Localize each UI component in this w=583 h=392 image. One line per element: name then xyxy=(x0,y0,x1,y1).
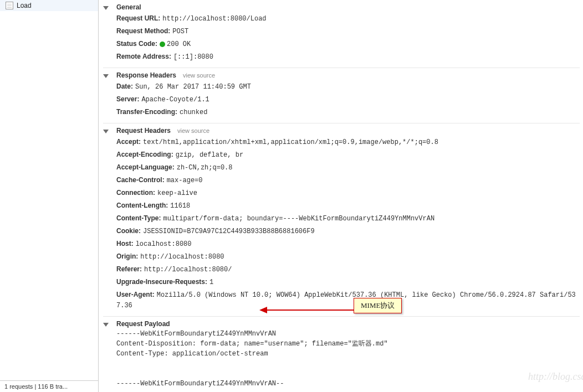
kv-key: Upgrade-Insecure-Requests xyxy=(116,278,207,286)
kv-key: Remote Address xyxy=(116,53,171,60)
kv-value: multipart/form-data; boundary=----WebKit… xyxy=(163,215,434,223)
kv-key: Cookie xyxy=(116,227,141,235)
kv-row: Request MethodPOST xyxy=(116,25,580,38)
section-request-headers-toggle[interactable]: Request Headers view source xyxy=(103,126,580,136)
kv-row: DateSun, 26 Mar 2017 11:40:59 GMT xyxy=(116,80,580,93)
kv-key: Referer xyxy=(116,265,142,273)
triangle-down-icon xyxy=(103,74,109,78)
kv-row: Accept-Encodinggzip, deflate, br xyxy=(116,148,580,161)
kv-row: Accept-Languagezh-CN,zh;q=0.8 xyxy=(116,161,580,174)
kv-row: Refererhttp://localhost:8080/ xyxy=(116,263,580,276)
kv-row: Connectionkeep-alive xyxy=(116,187,580,199)
kv-value: [::1]:8080 xyxy=(173,53,213,61)
kv-row: Originhttp://localhost:8080 xyxy=(116,250,580,263)
kv-key: Accept-Language xyxy=(116,163,175,171)
kv-value: gzip, deflate, br xyxy=(176,151,243,159)
kv-key: Content-Length xyxy=(116,202,168,209)
kv-value: http://localhost:8080/ xyxy=(144,266,232,274)
kv-key: Content-Type xyxy=(116,214,161,222)
section-general: General Request URLhttp://localhost:8080… xyxy=(103,0,580,68)
kv-row: Request URLhttp://localhost:8080/Load xyxy=(116,12,580,25)
kv-key: Transfer-Encoding xyxy=(116,108,177,116)
status-dot-icon xyxy=(160,42,165,47)
kv-value: 11618 xyxy=(170,202,190,210)
headers-panel: General Request URLhttp://localhost:8080… xyxy=(99,0,583,392)
kv-value: zh-CN,zh;q=0.8 xyxy=(177,164,233,172)
view-source-link[interactable]: view source xyxy=(183,72,215,79)
section-request-payload-toggle[interactable]: Request Payload xyxy=(103,319,580,329)
view-source-link[interactable]: view source xyxy=(177,127,209,134)
triangle-down-icon xyxy=(103,323,109,327)
kv-value: 200 OK xyxy=(160,40,191,48)
kv-row: Content-Typemultipart/form-data; boundar… xyxy=(116,212,580,225)
kv-row: Remote Address[::1]:8080 xyxy=(116,50,580,63)
kv-row: Content-Length11618 xyxy=(116,199,580,212)
kv-row: User-AgentMozilla/5.0 (Windows NT 10.0; … xyxy=(116,288,580,312)
kv-key: User-Agent xyxy=(116,291,155,298)
kv-key: Cache-Control xyxy=(116,176,165,184)
kv-row: ServerApache-Coyote/1.1 xyxy=(116,93,580,106)
payload-body: ------WebKitFormBoundarytiZ449YnMMnvVrAN… xyxy=(103,329,580,389)
kv-value: localhost:8080 xyxy=(136,240,192,248)
kv-row: Hostlocalhost:8080 xyxy=(116,238,580,250)
section-title: Response Headers xyxy=(116,71,176,79)
kv-key: Server xyxy=(116,95,139,103)
kv-row: Transfer-Encodingchunked xyxy=(116,106,580,118)
request-item-label: Load xyxy=(17,2,32,9)
kv-key: Accept-Encoding xyxy=(116,151,173,158)
kv-key: Origin xyxy=(116,252,138,260)
kv-value: Sun, 26 Mar 2017 11:40:59 GMT xyxy=(135,83,251,91)
kv-key: Host xyxy=(116,240,134,247)
kv-value: http://localhost:8080/Load xyxy=(162,15,266,23)
kv-row: Cache-Controlmax-age=0 xyxy=(116,174,580,187)
section-general-toggle[interactable]: General xyxy=(103,2,580,12)
triangle-down-icon xyxy=(103,130,109,133)
triangle-down-icon xyxy=(103,6,109,10)
kv-key: Request Method xyxy=(116,27,170,35)
section-title: Request Payload xyxy=(116,320,170,328)
request-list-item[interactable]: Load xyxy=(0,0,98,11)
kv-key: Accept xyxy=(116,138,141,146)
section-request-payload: Request Payload ------WebKitFormBoundary… xyxy=(103,317,580,392)
section-title: General xyxy=(116,3,141,11)
kv-value: chunked xyxy=(180,109,207,116)
kv-key: Connection xyxy=(116,189,155,197)
kv-row: Upgrade-Insecure-Requests1 xyxy=(116,276,580,288)
requests-summary: 1 requests | 116 B tra... xyxy=(0,380,98,392)
section-request-headers: Request Headers view source Accepttext/h… xyxy=(103,123,580,317)
kv-value: max-age=0 xyxy=(167,177,203,184)
kv-key: Request URL xyxy=(116,14,160,22)
kv-value: http://localhost:8080 xyxy=(140,253,224,261)
annotation-callout: MIME协议 xyxy=(354,298,402,313)
kv-value: JSESSIONID=B7C9A97C12C4493B933B88B688160… xyxy=(143,228,315,235)
section-response-headers-toggle[interactable]: Response Headers view source xyxy=(103,70,580,80)
kv-key: Status Code xyxy=(116,40,157,48)
kv-value: 1 xyxy=(209,278,213,286)
kv-value: Mozilla/5.0 (Windows NT 10.0; WOW64) App… xyxy=(116,291,576,310)
request-list-sidebar: Load 1 requests | 116 B tra... xyxy=(0,0,99,392)
kv-row: CookieJSESSIONID=B7C9A97C12C4493B933B88B… xyxy=(116,225,580,238)
kv-value: POST xyxy=(172,28,188,35)
kv-value: text/html,application/xhtml+xml,applicat… xyxy=(143,138,438,146)
kv-value: Apache-Coyote/1.1 xyxy=(141,96,209,104)
kv-key: Date xyxy=(116,82,133,90)
section-response-headers: Response Headers view source DateSun, 26… xyxy=(103,68,580,123)
kv-value: keep-alive xyxy=(157,189,197,197)
file-icon xyxy=(6,2,13,9)
section-title: Request Headers xyxy=(116,127,171,135)
kv-row: Status Code200 OK xyxy=(116,38,580,50)
kv-row: Accepttext/html,application/xhtml+xml,ap… xyxy=(116,136,580,148)
